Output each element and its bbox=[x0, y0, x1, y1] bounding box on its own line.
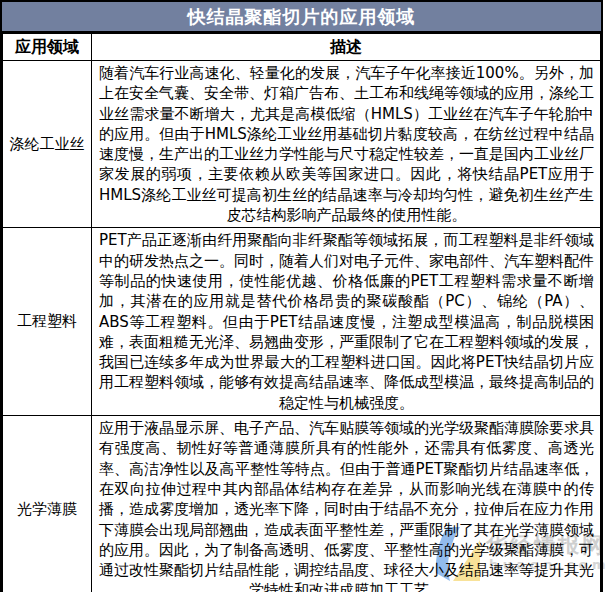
table-row: 工程塑料 PET产品正逐渐由纤用聚酯向非纤聚酯等领域拓展，而工程塑料是非纤领域中… bbox=[3, 228, 601, 416]
table-row: 涤纶工业丝 随着汽车行业高速化、轻量化的发展，汽车子午化率接近100%。另外，加… bbox=[3, 61, 601, 228]
row-field-label: 工程塑料 bbox=[3, 228, 92, 416]
application-table: 快结晶聚酯切片的应用领域 应用领域 描述 涤纶工业丝 随着汽车行业高速化、轻量化… bbox=[0, 0, 603, 592]
row-description: PET产品正逐渐由纤用聚酯向非纤聚酯等领域拓展，而工程塑料是非纤领域中的研发热点… bbox=[92, 228, 601, 416]
row-description: 随着汽车行业高速化、轻量化的发展，汽车子午化率接近100%。另外，加上在安全气囊… bbox=[92, 61, 601, 228]
row-description: 应用于液晶显示屏、电子产品、汽车贴膜等领域的光学级聚酯薄膜除要求具有强度高、韧性… bbox=[92, 416, 601, 592]
row-field-label: 光学薄膜 bbox=[3, 416, 92, 592]
data-table: 应用领域 描述 涤纶工业丝 随着汽车行业高速化、轻量化的发展，汽车子午化率接近1… bbox=[2, 33, 601, 592]
table-row: 光学薄膜 应用于液晶显示屏、电子产品、汽车贴膜等领域的光学级聚酯薄膜除要求具有强… bbox=[3, 416, 601, 592]
table-title: 快结晶聚酯切片的应用领域 bbox=[2, 2, 601, 33]
header-row: 应用领域 描述 bbox=[3, 34, 601, 61]
column-header-field: 应用领域 bbox=[3, 34, 92, 61]
row-field-label: 涤纶工业丝 bbox=[3, 61, 92, 228]
column-header-description: 描述 bbox=[92, 34, 601, 61]
